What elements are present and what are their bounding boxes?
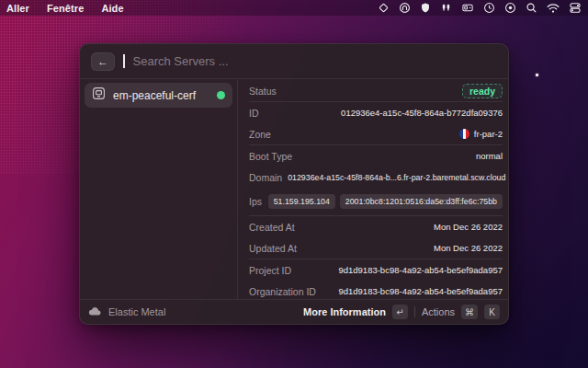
detail-row-zone: Zone fr-par-2 <box>249 123 503 144</box>
cursor-dot <box>536 74 538 76</box>
server-list-item-selected[interactable]: em-peaceful-cerf <box>85 83 232 108</box>
menu-aide[interactable]: Aide <box>101 3 123 14</box>
detail-value: 012936e4-a15c-45f8-864a-b772dfa09376 <box>341 108 503 118</box>
record-icon[interactable] <box>504 2 516 14</box>
text-caret <box>123 54 125 68</box>
detail-row-created-at: Created At Mon Dec 26 2022 <box>249 216 503 237</box>
cmd-key-icon: ⌘ <box>461 305 478 319</box>
detail-label: ID <box>249 108 259 119</box>
ipv4-chip[interactable]: 51.159.195.104 <box>268 194 335 209</box>
server-online-dot <box>217 91 225 99</box>
footer-divider <box>414 306 415 317</box>
window-footer: Elastic Metal More Information ↵ Actions… <box>80 299 508 324</box>
detail-value: 012936e4-a15c-45f8-864a-b...6.fr-par-2.b… <box>288 173 505 182</box>
detail-label: Status <box>249 86 277 97</box>
k-key-icon: K <box>484 305 500 319</box>
window-body: em-peaceful-cerf Status ready ID 012936e… <box>80 79 508 299</box>
detail-label: Project ID <box>249 265 291 276</box>
detail-value: Mon Dec 26 2022 <box>434 243 503 253</box>
menu-items: Aller Fenêtre Aide <box>6 3 124 14</box>
detail-row-status: Status ready <box>249 81 503 101</box>
detail-value: 9d1d9183-bc98-4a92-ab54-be5ef9ada957 <box>338 265 503 275</box>
arch-circle-icon[interactable] <box>399 2 411 14</box>
detail-label: Boot Type <box>249 151 292 162</box>
wifi-icon[interactable] <box>547 3 560 14</box>
menu-bar-status-icons <box>378 2 582 14</box>
server-details: Status ready ID 012936e4-a15c-45f8-864a-… <box>238 79 508 299</box>
ip-chips: 51.159.195.104 2001:0bc8:1201:0516:da5e:… <box>268 194 503 209</box>
detail-row-boot-type: Boot Type normal <box>249 145 503 167</box>
cloud-icon <box>88 304 102 320</box>
detail-label: Created At <box>249 222 295 233</box>
detail-label: Domain <box>249 172 282 183</box>
shield-icon[interactable] <box>420 2 431 14</box>
launcher-window: ← em-peaceful-cerf Status ready ID 01293… <box>79 43 509 325</box>
detail-value: fr-par-2 <box>474 129 503 139</box>
menu-aller[interactable]: Aller <box>6 3 29 14</box>
status-ready-badge: ready <box>462 84 503 98</box>
detail-value: normal <box>476 151 503 161</box>
server-name: em-peaceful-cerf <box>113 89 196 102</box>
menu-bar: Aller Fenêtre Aide <box>0 0 588 16</box>
airpods-icon[interactable] <box>440 2 452 14</box>
france-flag-icon <box>459 129 469 139</box>
server-icon <box>92 86 106 104</box>
search-icon[interactable] <box>526 2 537 14</box>
detail-row-ips: Ips 51.159.195.104 2001:0bc8:1201:0516:d… <box>249 188 503 215</box>
extension-source: Elastic Metal <box>88 304 165 320</box>
more-information-button[interactable]: More Information <box>303 306 386 317</box>
detail-value: 9d1d9183-bc98-4a92-ab54-be5ef9ada957 <box>338 286 503 296</box>
detail-row-updated-at: Updated At Mon Dec 26 2022 <box>249 237 503 259</box>
detail-label: Zone <box>249 129 271 140</box>
clock-icon[interactable] <box>483 2 495 14</box>
enter-key-icon: ↵ <box>392 305 408 319</box>
detail-row-domain: Domain 012936e4-a15c-45f8-864a-b...6.fr-… <box>249 167 503 188</box>
detail-label: Organization ID <box>249 286 316 297</box>
back-button[interactable]: ← <box>91 52 115 71</box>
footer-actions: More Information ↵ Actions ⌘ K <box>303 305 500 319</box>
zone-value: fr-par-2 <box>459 129 503 139</box>
detail-row-project-id: Project ID 9d1d9183-bc98-4a92-ab54-be5ef… <box>249 259 503 281</box>
toggles-icon[interactable] <box>569 2 582 14</box>
detail-label: Ips <box>249 196 262 207</box>
card-icon[interactable] <box>461 2 474 14</box>
detail-value: Mon Dec 26 2022 <box>434 222 503 232</box>
search-input[interactable] <box>133 54 498 68</box>
detail-label: Updated At <box>249 243 297 254</box>
server-list: em-peaceful-cerf <box>80 79 238 299</box>
detail-row-id: ID 012936e4-a15c-45f8-864a-b772dfa09376 <box>249 102 503 123</box>
actions-button[interactable]: Actions <box>422 306 455 317</box>
search-header: ← <box>80 44 508 79</box>
source-label: Elastic Metal <box>108 306 165 317</box>
detail-row-organization-id: Organization ID 9d1d9183-bc98-4a92-ab54-… <box>249 281 503 299</box>
menu-fenetre[interactable]: Fenêtre <box>47 3 84 14</box>
ipv6-chip[interactable]: 2001:0bc8:1201:0516:da5e:d3ff:fe6c:75bb <box>340 194 503 209</box>
raycast-icon[interactable] <box>378 2 390 14</box>
